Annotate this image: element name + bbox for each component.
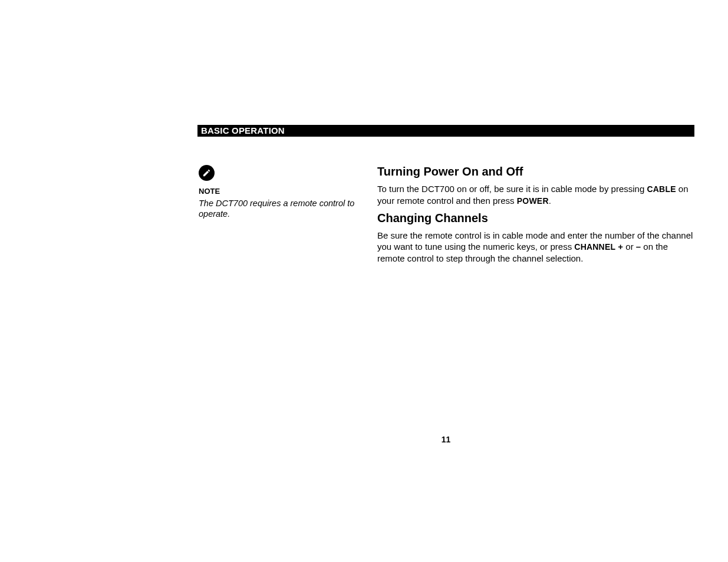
note-text: The DCT700 requires a remote control to … <box>199 198 360 219</box>
section-header-bar: BASIC OPERATION <box>197 125 694 137</box>
key-minus: – <box>636 242 641 252</box>
content-columns: NOTE The DCT700 requires a remote contro… <box>197 165 694 267</box>
main-content: Turning Power On and Off To turn the DCT… <box>377 165 694 267</box>
section-title: BASIC OPERATION <box>201 125 285 135</box>
heading-power: Turning Power On and Off <box>377 165 694 178</box>
paragraph-channels: Be sure the remote control is in cable m… <box>377 230 694 264</box>
page-number: 11 <box>197 435 694 444</box>
key-plus: + <box>615 242 623 252</box>
note-sidebar: NOTE The DCT700 requires a remote contro… <box>197 165 377 267</box>
text-run: or <box>623 242 636 252</box>
heading-channels: Changing Channels <box>377 211 694 225</box>
text-run: . <box>549 196 551 206</box>
paragraph-power: To turn the DCT700 on or off, be sure it… <box>377 183 694 207</box>
key-channel: CHANNEL <box>574 242 615 252</box>
text-run: To turn the DCT700 on or off, be sure it… <box>377 184 647 194</box>
key-cable: CABLE <box>647 184 676 194</box>
note-label: NOTE <box>199 187 360 196</box>
document-page: BASIC OPERATION NOTE The DCT700 requires… <box>197 125 694 267</box>
pencil-icon <box>199 165 215 181</box>
key-power: POWER <box>517 196 549 206</box>
